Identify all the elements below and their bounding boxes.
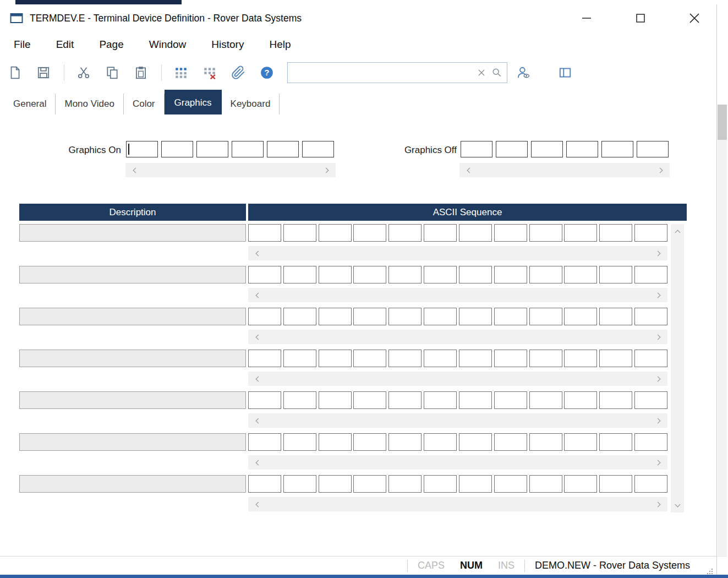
menu-item-edit[interactable]: Edit xyxy=(56,39,74,51)
ascii-cell[interactable] xyxy=(599,350,632,367)
help-button[interactable]: ? xyxy=(259,64,275,81)
ascii-cell[interactable] xyxy=(353,475,386,493)
ascii-cell[interactable] xyxy=(599,433,632,451)
scroll-right-button[interactable] xyxy=(653,413,663,428)
ascii-cell[interactable] xyxy=(319,224,352,242)
ascii-cell[interactable] xyxy=(248,475,281,493)
ascii-cell[interactable] xyxy=(319,475,352,493)
tab-mono-video[interactable]: Mono Video xyxy=(56,94,123,114)
ascii-cell[interactable] xyxy=(388,308,422,325)
ascii-cell[interactable] xyxy=(494,433,527,451)
scroll-left-button[interactable] xyxy=(253,246,263,260)
scroll-right-button[interactable] xyxy=(653,497,663,511)
ascii-cell[interactable] xyxy=(494,391,527,409)
graphics-cell[interactable] xyxy=(531,141,563,157)
ascii-cell[interactable] xyxy=(494,224,527,242)
ascii-cell[interactable] xyxy=(529,433,562,451)
ascii-cell[interactable] xyxy=(529,391,562,409)
ascii-row-scrollbar[interactable] xyxy=(248,372,667,386)
menu-item-file[interactable]: File xyxy=(14,39,31,51)
ascii-cell[interactable] xyxy=(494,350,527,367)
scroll-right-button[interactable] xyxy=(321,163,331,177)
ascii-cell[interactable] xyxy=(248,391,281,409)
graphics-cell[interactable] xyxy=(267,141,299,157)
menu-item-help[interactable]: Help xyxy=(269,39,291,51)
ascii-cell[interactable] xyxy=(599,266,632,283)
insert-row-button[interactable] xyxy=(173,64,189,81)
scroll-left-button[interactable] xyxy=(253,497,263,511)
ascii-cell[interactable] xyxy=(634,224,667,242)
ascii-cell[interactable] xyxy=(424,350,457,367)
ascii-cell[interactable] xyxy=(353,433,386,451)
graphics-cell[interactable] xyxy=(496,141,528,157)
search-input[interactable] xyxy=(292,64,474,81)
ascii-cell[interactable] xyxy=(283,475,316,493)
ascii-cell[interactable] xyxy=(459,475,492,493)
ascii-cell[interactable] xyxy=(424,266,457,283)
ascii-cell[interactable] xyxy=(459,350,492,367)
ascii-cell[interactable] xyxy=(283,224,316,242)
graphics-cell[interactable] xyxy=(566,141,598,157)
ascii-cell[interactable] xyxy=(424,433,457,451)
ascii-cell[interactable] xyxy=(319,433,352,451)
scroll-right-button[interactable] xyxy=(655,163,665,177)
ascii-row-scrollbar[interactable] xyxy=(248,497,667,511)
ascii-cell[interactable] xyxy=(459,433,492,451)
ascii-row-scrollbar[interactable] xyxy=(248,330,667,344)
description-input[interactable] xyxy=(19,224,246,242)
ascii-cell[interactable] xyxy=(248,350,281,367)
ascii-cell[interactable] xyxy=(319,266,352,283)
graphics-on-scrollbar[interactable] xyxy=(125,163,336,177)
ascii-cell[interactable] xyxy=(388,475,422,493)
menu-item-window[interactable]: Window xyxy=(149,39,187,51)
ascii-cell[interactable] xyxy=(564,224,597,242)
layout-button[interactable] xyxy=(557,64,573,81)
ascii-cell[interactable] xyxy=(459,224,492,242)
scroll-left-button[interactable] xyxy=(253,372,263,386)
graphics-cell[interactable] xyxy=(461,141,492,157)
tab-color[interactable]: Color xyxy=(124,94,165,114)
ascii-cell[interactable] xyxy=(634,308,667,325)
scroll-left-button[interactable] xyxy=(253,413,263,428)
graphics-cell[interactable] xyxy=(196,141,228,157)
ascii-cell[interactable] xyxy=(283,266,316,283)
ascii-cell[interactable] xyxy=(494,308,527,325)
graphics-cell[interactable] xyxy=(232,141,264,157)
ascii-cell[interactable] xyxy=(388,391,422,409)
grid-vertical-scrollbar[interactable] xyxy=(671,224,684,512)
ascii-cell[interactable] xyxy=(388,433,422,451)
description-input[interactable] xyxy=(19,350,246,367)
scroll-left-button[interactable] xyxy=(253,288,263,302)
ascii-row-scrollbar[interactable] xyxy=(248,455,667,470)
cut-button[interactable] xyxy=(75,64,92,81)
ascii-row-scrollbar[interactable] xyxy=(248,288,667,302)
graphics-off-scrollbar[interactable] xyxy=(459,163,670,177)
ascii-cell[interactable] xyxy=(353,266,386,283)
search-button[interactable] xyxy=(489,64,505,81)
ascii-cell[interactable] xyxy=(564,350,597,367)
save-button[interactable] xyxy=(35,64,52,81)
maximize-button[interactable] xyxy=(630,9,652,28)
graphics-cell[interactable] xyxy=(302,141,334,157)
attachment-button[interactable] xyxy=(230,64,247,81)
graphics-cell[interactable] xyxy=(637,141,669,157)
delete-row-button[interactable] xyxy=(201,64,218,81)
scroll-right-button[interactable] xyxy=(653,246,663,260)
ascii-cell[interactable] xyxy=(634,391,667,409)
outer-scrollbar[interactable] xyxy=(716,0,728,575)
graphics-cell[interactable] xyxy=(126,141,158,157)
ascii-cell[interactable] xyxy=(319,308,352,325)
close-button[interactable] xyxy=(683,9,705,28)
ascii-cell[interactable] xyxy=(388,266,422,283)
scroll-left-button[interactable] xyxy=(464,163,474,177)
scroll-left-button[interactable] xyxy=(253,330,263,344)
tab-keyboard[interactable]: Keyboard xyxy=(222,94,280,114)
description-input[interactable] xyxy=(19,433,246,451)
ascii-cell[interactable] xyxy=(564,433,597,451)
ascii-cell[interactable] xyxy=(599,475,632,493)
ascii-cell[interactable] xyxy=(459,308,492,325)
ascii-row-scrollbar[interactable] xyxy=(248,246,667,260)
ascii-cell[interactable] xyxy=(248,308,281,325)
ascii-cell[interactable] xyxy=(388,350,422,367)
outer-scrollbar-thumb[interactable] xyxy=(718,105,727,140)
